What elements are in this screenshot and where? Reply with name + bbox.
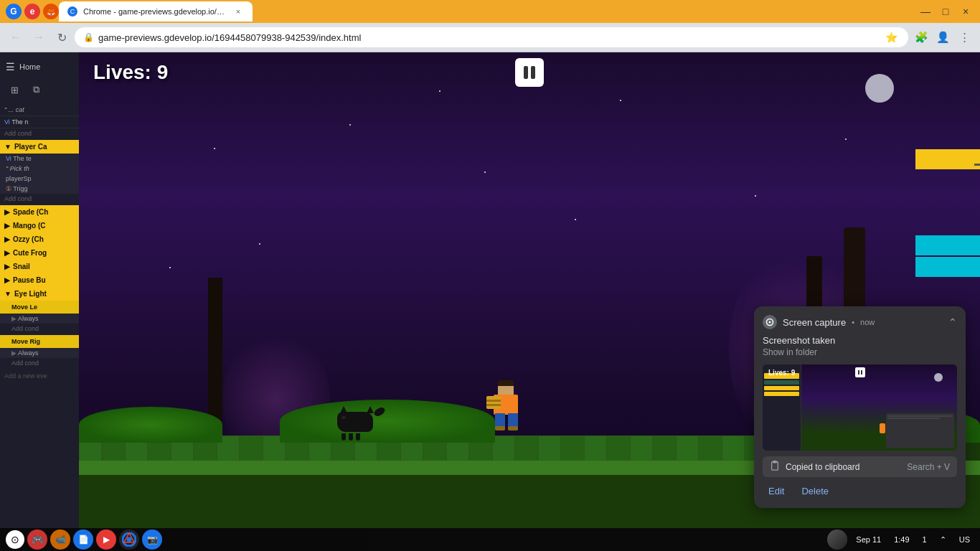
sidebar-event-item: " ... cat xyxy=(0,104,79,116)
group-expand-icon-eyelight: ▼ xyxy=(4,290,11,298)
player-sprite xyxy=(488,383,527,437)
os-bar: G e 🦊 C Chrome - game-previews.gdevelop.… xyxy=(0,0,980,23)
moon xyxy=(865,74,894,103)
add-new-event[interactable]: Add a new eve xyxy=(0,369,79,382)
taskbar-app-gdevelop[interactable]: 🎮 xyxy=(27,529,47,550)
ground-block xyxy=(584,435,607,464)
sidebar-group-player-ca[interactable]: ▼ Player Ca xyxy=(0,140,79,154)
taskbar-app-chrome[interactable] xyxy=(119,529,139,550)
notification-title: Screenshot taken xyxy=(763,335,957,346)
cat-ear-right xyxy=(367,406,374,413)
browser-icon[interactable]: e xyxy=(24,4,40,19)
tab-close-button[interactable]: × xyxy=(232,6,244,17)
reload-button[interactable]: ↻ xyxy=(52,27,72,47)
close-button[interactable]: × xyxy=(957,3,974,20)
forward-button[interactable]: → xyxy=(29,27,49,47)
taskbar-date[interactable]: Sep 11 xyxy=(852,534,885,545)
gdevelop-icon[interactable]: G xyxy=(6,4,22,19)
sidebar-cutefrog-label: Cute Frog xyxy=(13,249,47,257)
taskbar-apps: ⊙ 🎮 📹 📄 ▶ 📷 xyxy=(6,529,162,550)
ground-block xyxy=(515,435,538,464)
star-1 xyxy=(214,148,215,149)
address-bar[interactable]: 🔒 game-previews.gdevelop.io/169445807993… xyxy=(75,27,908,47)
right-box-1[interactable] xyxy=(915,149,980,169)
notification-edit-button[interactable]: Edit xyxy=(763,483,790,499)
pause-button[interactable] xyxy=(515,58,544,87)
share-button[interactable]: ⭐ xyxy=(882,29,900,46)
clipboard-shortcut: Search + V xyxy=(907,462,950,472)
extensions-button[interactable]: 🧩 xyxy=(911,27,931,47)
sidebar-add-condition-4[interactable]: Add cond xyxy=(0,358,79,369)
profile-button[interactable]: 👤 xyxy=(933,27,953,47)
notif-thumb-sidebar xyxy=(763,364,801,451)
sidebar-group-snail[interactable]: ▶ Snail xyxy=(0,260,79,273)
sidebar-icons-row: ⊞ ⧉ xyxy=(0,78,79,101)
taskbar-app-docs[interactable]: 📄 xyxy=(73,529,93,550)
taskbar-app-camera[interactable]: 📷 xyxy=(142,529,162,550)
pause-icon xyxy=(524,66,535,79)
firefox-icon[interactable]: 🦊 xyxy=(43,4,59,19)
taskbar-app-youtube[interactable]: ▶ xyxy=(96,529,116,550)
sidebar-mango-label: Mango (C xyxy=(13,222,46,230)
notification-app-name: Screen capture xyxy=(783,317,846,328)
star-9 xyxy=(439,90,440,92)
tab-title: Chrome - game-previews.gdevelop.io/16944… xyxy=(83,7,227,16)
star-5 xyxy=(755,195,756,197)
battery-icon: US xyxy=(959,535,970,544)
back-button[interactable]: ← xyxy=(6,27,26,47)
sidebar-group-spade[interactable]: ▶ Spade (Ch xyxy=(0,205,79,219)
pause-bar-left xyxy=(524,66,528,79)
notification-description[interactable]: Show in folder xyxy=(763,347,957,357)
lives-value: 9 xyxy=(157,61,169,83)
sidebar-group-mango[interactable]: ▶ Mango (C xyxy=(0,219,79,232)
taskbar-wifi[interactable]: ⌃ xyxy=(936,534,951,546)
sidebar-menu-button[interactable]: ☰ Home xyxy=(0,55,79,78)
browser-tab[interactable]: C Chrome - game-previews.gdevelop.io/169… xyxy=(59,1,253,22)
sidebar-group-movele[interactable]: Move Le xyxy=(0,301,79,314)
notification-delete-button[interactable]: Delete xyxy=(796,483,834,499)
sidebar-add-condition-3[interactable]: Add cond xyxy=(0,324,79,335)
sidebar-grid-icon[interactable]: ⊞ xyxy=(6,81,23,98)
star-10 xyxy=(169,267,171,268)
notification-collapse-button[interactable]: ⌃ xyxy=(948,316,957,328)
sidebar-group-cutefrog[interactable]: ▶ Cute Frog xyxy=(0,246,79,260)
lives-label: Lives: xyxy=(93,61,151,83)
taskbar-avatar[interactable] xyxy=(827,529,847,550)
notification-header-left: Screen capture • now xyxy=(763,315,875,329)
taskbar-date-text: Sep 11 xyxy=(856,535,881,544)
sidebar-divider xyxy=(974,164,980,166)
taskbar-time[interactable]: 1:49 xyxy=(890,534,913,545)
sidebar-moverig-label: Move Rig xyxy=(11,338,40,345)
taskbar-launcher[interactable]: ⊙ xyxy=(6,530,24,549)
sidebar-layers-icon[interactable]: ⧉ xyxy=(27,81,44,98)
menu-button[interactable]: ⋮ xyxy=(954,27,974,47)
player-leg-left xyxy=(495,413,505,430)
taskbar-notifications[interactable]: 1 xyxy=(918,534,931,545)
notif-thumb-lives: Lives: 9 xyxy=(768,369,795,377)
notif-thumb-group-4 xyxy=(764,392,799,396)
maximize-button[interactable]: □ xyxy=(937,3,954,20)
sidebar-content: " ... cat Vi The n Add cond ▼ Player Ca … xyxy=(0,104,79,529)
ground-block xyxy=(676,435,699,464)
sidebar-group-ozzy[interactable]: ▶ Ozzy (Ch xyxy=(0,232,79,246)
minimize-button[interactable]: — xyxy=(917,3,934,20)
ground-block xyxy=(699,435,722,464)
sidebar-group-pausebu[interactable]: ▶ Pause Bu xyxy=(0,273,79,287)
right-box-3[interactable] xyxy=(915,257,980,277)
browser-toolbar: ← → ↻ 🔒 game-previews.gdevelop.io/169445… xyxy=(0,23,980,52)
sidebar-add-condition-2[interactable]: Add cond xyxy=(0,194,79,205)
sidebar-add-condition[interactable]: Add cond xyxy=(0,128,79,140)
ground-block xyxy=(240,435,263,464)
notif-thumb-notification xyxy=(886,413,954,448)
sidebar-group-eyelight[interactable]: ▼ Eye Light xyxy=(0,287,79,301)
taskbar-battery[interactable]: US xyxy=(955,534,974,545)
clipboard-icon xyxy=(770,461,780,473)
sidebar-group-moverig[interactable]: Move Rig xyxy=(0,335,79,348)
ground-block xyxy=(722,435,745,464)
bush-center xyxy=(280,400,495,443)
player-leg-right xyxy=(508,413,518,430)
right-box-2[interactable] xyxy=(915,235,980,255)
ground-block xyxy=(538,435,561,464)
taskbar-app-meets[interactable]: 📹 xyxy=(50,529,70,550)
notif-thumb-group-3 xyxy=(764,386,799,390)
